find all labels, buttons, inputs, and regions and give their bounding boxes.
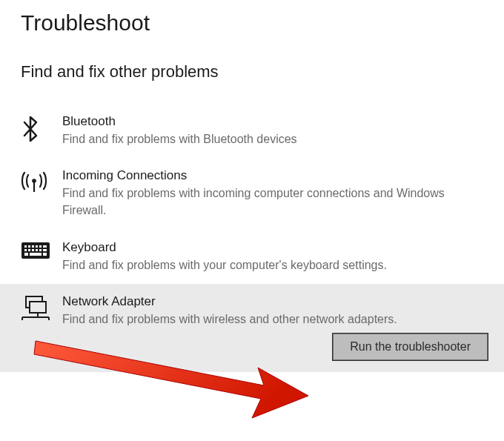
troubleshoot-item-keyboard[interactable]: Keyboard Find and fix problems with your… [0, 230, 504, 284]
section-title: Find and fix other problems [0, 36, 504, 82]
svg-rect-14 [43, 249, 47, 251]
svg-rect-17 [43, 253, 47, 256]
svg-rect-15 [24, 253, 28, 256]
item-title: Keyboard [62, 240, 489, 255]
item-desc: Find and fix problems with incoming comp… [62, 185, 489, 219]
network-adapter-icon [21, 294, 53, 321]
svg-rect-9 [24, 249, 27, 251]
page-title: Troubleshoot [0, 0, 504, 36]
svg-rect-12 [36, 249, 38, 251]
item-title: Incoming Connections [62, 168, 489, 183]
item-desc: Find and fix problems with wireless and … [62, 311, 489, 328]
svg-rect-4 [28, 245, 30, 248]
svg-rect-10 [28, 249, 30, 251]
svg-rect-13 [39, 249, 42, 251]
svg-rect-19 [30, 302, 46, 313]
connections-icon [21, 168, 53, 195]
troubleshoot-list: Bluetooth Find and fix problems with Blu… [0, 82, 504, 372]
svg-rect-16 [30, 253, 42, 256]
item-desc: Find and fix problems with your computer… [62, 256, 489, 273]
troubleshoot-item-network-adapter[interactable]: Network Adapter Find and fix problems wi… [0, 284, 504, 372]
troubleshoot-item-bluetooth[interactable]: Bluetooth Find and fix problems with Blu… [0, 104, 504, 158]
item-title: Bluetooth [62, 114, 489, 129]
item-title: Network Adapter [62, 294, 489, 309]
svg-rect-6 [36, 245, 38, 248]
troubleshoot-item-incoming-connections[interactable]: Incoming Connections Find and fix proble… [0, 158, 504, 229]
keyboard-icon [21, 240, 53, 267]
svg-rect-11 [32, 249, 34, 251]
bluetooth-icon [21, 114, 53, 141]
svg-rect-8 [43, 245, 47, 248]
svg-rect-3 [24, 245, 27, 248]
item-desc: Find and fix problems with Bluetooth dev… [62, 130, 489, 147]
svg-rect-5 [32, 245, 34, 248]
run-troubleshooter-button[interactable]: Run the troubleshooter [333, 334, 488, 360]
svg-rect-7 [39, 245, 42, 248]
